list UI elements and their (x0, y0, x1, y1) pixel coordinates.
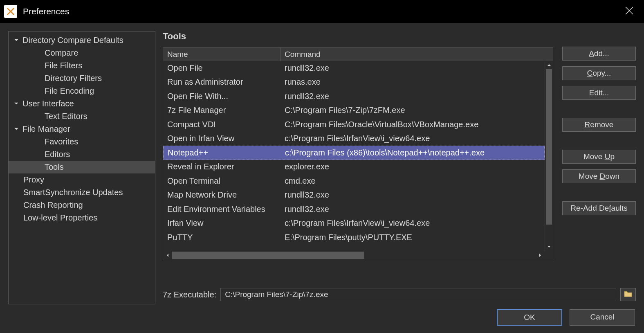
cell-name: Map Network Drive (163, 190, 280, 200)
cell-command: rundll32.exe (280, 205, 545, 214)
window-title: Preferences (23, 7, 69, 16)
tree-item[interactable]: Text Editors (9, 110, 155, 123)
column-name[interactable]: Name (163, 48, 280, 61)
cell-name: Run as Administrator (163, 77, 280, 87)
table-row[interactable]: Edit Environment Variablesrundll32.exe (163, 202, 545, 216)
cell-command: c:\Program Files\IrfanView\i_view64.exe (280, 134, 545, 143)
cell-name: Reveal in Explorer (163, 162, 280, 171)
scroll-thumb[interactable] (546, 69, 552, 225)
cell-name: Open File (163, 63, 280, 73)
edit-button[interactable]: Edit... (562, 86, 636, 100)
table-row[interactable]: Reveal in Explorerexplorer.exe (163, 160, 545, 174)
titlebar: Preferences (0, 0, 644, 23)
table-row[interactable]: Notepad++c:\Program Files (x86)\tools\No… (163, 146, 545, 160)
browse-button[interactable] (620, 288, 636, 301)
chevron-down-icon (13, 124, 19, 134)
table-row[interactable]: Irfan Viewc:\Program Files\IrfanView\i_v… (163, 216, 545, 231)
tree-item[interactable]: Compare (9, 47, 155, 59)
app-icon (4, 5, 17, 18)
preferences-window: Preferences Directory Compare DefaultsCo… (0, 0, 644, 333)
tree-item[interactable]: Favorites (9, 135, 155, 148)
cancel-button[interactable]: Cancel (570, 309, 635, 326)
cell-name: Open in Irfan View (163, 134, 280, 143)
ok-button[interactable]: OK (497, 309, 562, 326)
remove-button[interactable]: Remove (562, 118, 636, 132)
cell-name: Open Terminal (163, 176, 280, 186)
cell-name: 7z File Manager (163, 106, 280, 115)
cell-command: rundll32.exe (280, 63, 545, 73)
move-down-button[interactable]: Move Down (562, 169, 636, 183)
exec-input[interactable] (220, 288, 616, 301)
tree-group-header[interactable]: Directory Compare Defaults (9, 34, 155, 47)
move-up-button[interactable]: Move Up (562, 150, 636, 164)
cell-command: C:\Program Files\7-Zip\7zFM.exe (280, 106, 545, 115)
copy-button[interactable]: Copy... (562, 66, 636, 80)
table-row[interactable]: Run as Administratorrunas.exe (163, 75, 545, 90)
tree-item[interactable]: Low-level Properties (9, 212, 155, 224)
main-panel: Tools Name Command Open Filerundll32.exe… (163, 31, 636, 304)
cell-name: Irfan View (163, 218, 280, 228)
table-header: Name Command (163, 48, 553, 61)
tree-group-label: File Manager (22, 124, 70, 134)
horizontal-scrollbar[interactable] (163, 251, 553, 260)
table-row[interactable]: Open File With...rundll32.exe (163, 89, 545, 104)
tree-item[interactable]: Proxy (9, 173, 155, 186)
exec-row: 7z Executable: (163, 288, 636, 301)
tree-group-header[interactable]: User Interface (9, 97, 155, 110)
table-body: Open Filerundll32.exeRun as Administrato… (163, 61, 545, 251)
cell-command: rundll32.exe (280, 92, 545, 101)
cell-command: C:\Program Files\Oracle\VirtualBox\VBoxM… (280, 120, 545, 129)
action-buttons: Add... Copy... Edit... Remove Move Up Mo… (562, 31, 636, 271)
tree-group-label: User Interface (22, 99, 74, 108)
table-row[interactable]: Compact VDIC:\Program Files\Oracle\Virtu… (163, 117, 545, 132)
cell-command: explorer.exe (280, 162, 545, 171)
folder-icon (624, 290, 633, 299)
panel-title: Tools (163, 31, 553, 42)
tree-group-header[interactable]: File Manager (9, 123, 155, 135)
re-add-defaults-button[interactable]: Re-Add Defaults (562, 201, 636, 215)
chevron-down-icon (13, 99, 19, 108)
dialog-footer: OK Cancel (0, 304, 644, 333)
dialog-body: Directory Compare DefaultsCompareFile Fi… (0, 23, 644, 304)
tree-group-label: Directory Compare Defaults (22, 36, 123, 45)
cell-name: Compact VDI (163, 120, 280, 129)
scroll-right-icon[interactable] (536, 251, 545, 260)
add-button[interactable]: Add... (562, 47, 636, 61)
vertical-scrollbar[interactable] (545, 61, 553, 251)
tree-item[interactable]: File Filters (9, 59, 155, 72)
scroll-up-icon[interactable] (545, 61, 553, 69)
cell-command: rundll32.exe (280, 190, 545, 200)
tools-panel: Tools Name Command Open Filerundll32.exe… (163, 31, 553, 271)
exec-label: 7z Executable: (163, 290, 216, 299)
table-row[interactable]: Open in Irfan Viewc:\Program Files\Irfan… (163, 132, 545, 146)
tree-item[interactable]: SmartSynchronize Updates (9, 186, 155, 199)
tools-table: Name Command Open Filerundll32.exeRun as… (163, 47, 553, 260)
scroll-left-icon[interactable] (163, 251, 172, 260)
tree-item[interactable]: Tools (9, 161, 155, 173)
cell-name: Edit Environment Variables (163, 205, 280, 214)
table-row[interactable]: Map Network Driverundll32.exe (163, 188, 545, 202)
cell-name: Notepad++ (164, 148, 281, 158)
column-command[interactable]: Command (280, 48, 553, 61)
cell-name: Open File With... (163, 92, 280, 101)
cell-name: PuTTY (163, 233, 280, 242)
category-tree: Directory Compare DefaultsCompareFile Fi… (8, 31, 155, 304)
cell-command: c:\Program Files (x86)\tools\Notepad++\n… (281, 148, 544, 158)
table-row[interactable]: Open Terminalcmd.exe (163, 174, 545, 188)
cell-command: runas.exe (280, 77, 545, 87)
table-row[interactable]: Open Filerundll32.exe (163, 61, 545, 75)
cell-command: c:\Program Files\IrfanView\i_view64.exe (280, 218, 545, 228)
table-row[interactable]: PuTTYE:\Program Files\putty\PUTTY.EXE (163, 230, 545, 245)
cell-command: E:\Program Files\putty\PUTTY.EXE (280, 233, 545, 242)
close-button[interactable] (624, 6, 634, 18)
table-row[interactable]: 7z File ManagerC:\Program Files\7-Zip\7z… (163, 104, 545, 118)
tree-item[interactable]: Editors (9, 148, 155, 161)
cell-command: cmd.exe (280, 176, 545, 186)
tree-item[interactable]: File Encoding (9, 85, 155, 97)
tree-item[interactable]: Crash Reporting (9, 199, 155, 212)
chevron-down-icon (13, 36, 19, 45)
hscroll-thumb[interactable] (172, 252, 364, 259)
tree-item[interactable]: Directory Filters (9, 72, 155, 85)
scroll-down-icon[interactable] (545, 243, 553, 251)
